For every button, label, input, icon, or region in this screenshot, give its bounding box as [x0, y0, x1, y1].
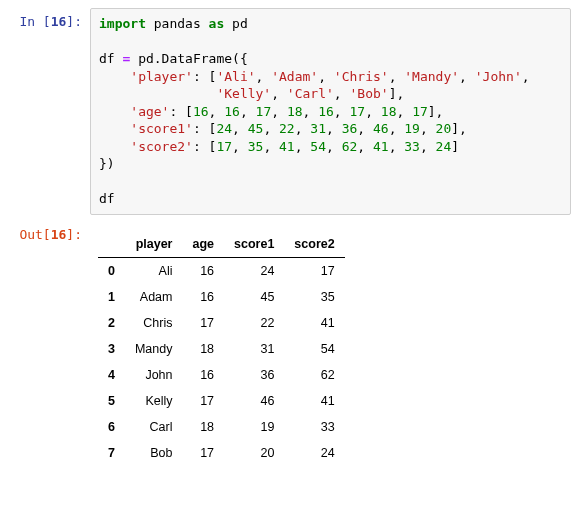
dataframe-table: player age score1 score2 0 Ali 16 24 17 …	[98, 231, 345, 466]
table-row: 5 Kelly 17 46 41	[98, 388, 345, 414]
row-index: 2	[98, 310, 125, 336]
col-header-player: player	[125, 231, 183, 258]
cell: 24	[224, 258, 284, 285]
code-player-7: 'Bob'	[349, 86, 388, 101]
code-s2-7: 24	[436, 139, 452, 154]
code-expr: df	[99, 191, 115, 206]
code-module: pandas	[154, 16, 201, 31]
code-age-7: 17	[412, 104, 428, 119]
cell: 41	[284, 310, 344, 336]
code-age-3: 18	[287, 104, 303, 119]
cell: 54	[284, 336, 344, 362]
out-prompt-number: 16	[51, 227, 67, 242]
code-player-1: 'Adam'	[271, 69, 318, 84]
cell: 18	[182, 414, 224, 440]
cell: Chris	[125, 310, 183, 336]
cell: 20	[224, 440, 284, 466]
output-prompt: Out[16]:	[0, 221, 90, 247]
table-row: 2 Chris 17 22 41	[98, 310, 345, 336]
code-player-5: 'Kelly'	[216, 86, 271, 101]
table-row: 7 Bob 17 20 24	[98, 440, 345, 466]
code-s2-5: 41	[373, 139, 389, 154]
cell: 19	[224, 414, 284, 440]
table-row: 6 Carl 18 19 33	[98, 414, 345, 440]
table-row: 0 Ali 16 24 17	[98, 258, 345, 285]
code-key-score1: 'score1'	[130, 121, 193, 136]
cell: 33	[284, 414, 344, 440]
table-row: 4 John 16 36 62	[98, 362, 345, 388]
cell: 17	[182, 310, 224, 336]
code-keyword-import: import	[99, 16, 146, 31]
cell: 62	[284, 362, 344, 388]
code-s2-6: 33	[404, 139, 420, 154]
cell: 16	[182, 362, 224, 388]
code-key-score2: 'score2'	[130, 139, 193, 154]
output-cell: Out[16]: player age score1 score2 0 Ali …	[0, 221, 581, 466]
cell: John	[125, 362, 183, 388]
cell: Carl	[125, 414, 183, 440]
row-index: 6	[98, 414, 125, 440]
code-s2-2: 41	[279, 139, 295, 154]
table-corner	[98, 231, 125, 258]
row-index: 5	[98, 388, 125, 414]
input-prompt: In [16]:	[0, 8, 90, 34]
code-var: df	[99, 51, 115, 66]
code-s2-3: 54	[310, 139, 326, 154]
cell: 41	[284, 388, 344, 414]
cell: 17	[182, 388, 224, 414]
code-player-4: 'John'	[475, 69, 522, 84]
code-age-0: 16	[193, 104, 209, 119]
cell: 46	[224, 388, 284, 414]
cell: 22	[224, 310, 284, 336]
out-prompt-suffix: ]:	[66, 227, 82, 242]
cell: 35	[284, 284, 344, 310]
input-cell: In [16]: import pandas as pd df = pd.Dat…	[0, 8, 581, 215]
in-prompt-number: 16	[51, 14, 67, 29]
output-area: player age score1 score2 0 Ali 16 24 17 …	[90, 221, 581, 466]
code-equals: =	[122, 51, 130, 66]
code-key-age: 'age'	[130, 104, 169, 119]
row-index: 7	[98, 440, 125, 466]
code-s2-4: 62	[342, 139, 358, 154]
code-age-1: 16	[224, 104, 240, 119]
code-keyword-as: as	[209, 16, 225, 31]
table-header-row: player age score1 score2	[98, 231, 345, 258]
row-index: 4	[98, 362, 125, 388]
code-s1-5: 46	[373, 121, 389, 136]
code-open: ({	[232, 51, 248, 66]
table-row: 1 Adam 16 45 35	[98, 284, 345, 310]
cell: Kelly	[125, 388, 183, 414]
row-index: 3	[98, 336, 125, 362]
out-prompt-prefix: Out[	[19, 227, 50, 242]
code-call: pd.DataFrame	[138, 51, 232, 66]
code-s1-6: 19	[404, 121, 420, 136]
cell: 18	[182, 336, 224, 362]
code-s1-2: 22	[279, 121, 295, 136]
cell: Bob	[125, 440, 183, 466]
code-age-4: 16	[318, 104, 334, 119]
code-s1-0: 24	[216, 121, 232, 136]
code-editor[interactable]: import pandas as pd df = pd.DataFrame({ …	[90, 8, 571, 215]
code-age-2: 17	[256, 104, 272, 119]
cell: 36	[224, 362, 284, 388]
cell: Mandy	[125, 336, 183, 362]
code-s1-7: 20	[436, 121, 452, 136]
code-player-0: 'Ali'	[216, 69, 255, 84]
table-row: 3 Mandy 18 31 54	[98, 336, 345, 362]
in-prompt-prefix: In [	[19, 14, 50, 29]
col-header-score2: score2	[284, 231, 344, 258]
code-alias: pd	[232, 16, 248, 31]
code-close: })	[99, 156, 115, 171]
cell: 31	[224, 336, 284, 362]
code-s1-1: 45	[248, 121, 264, 136]
code-player-6: 'Carl'	[287, 86, 334, 101]
code-s1-4: 36	[342, 121, 358, 136]
code-player-2: 'Chris'	[334, 69, 389, 84]
code-s2-0: 17	[216, 139, 232, 154]
col-header-age: age	[182, 231, 224, 258]
cell: Ali	[125, 258, 183, 285]
col-header-score1: score1	[224, 231, 284, 258]
code-s2-1: 35	[248, 139, 264, 154]
code-age-5: 17	[350, 104, 366, 119]
code-player-3: 'Mandy'	[404, 69, 459, 84]
